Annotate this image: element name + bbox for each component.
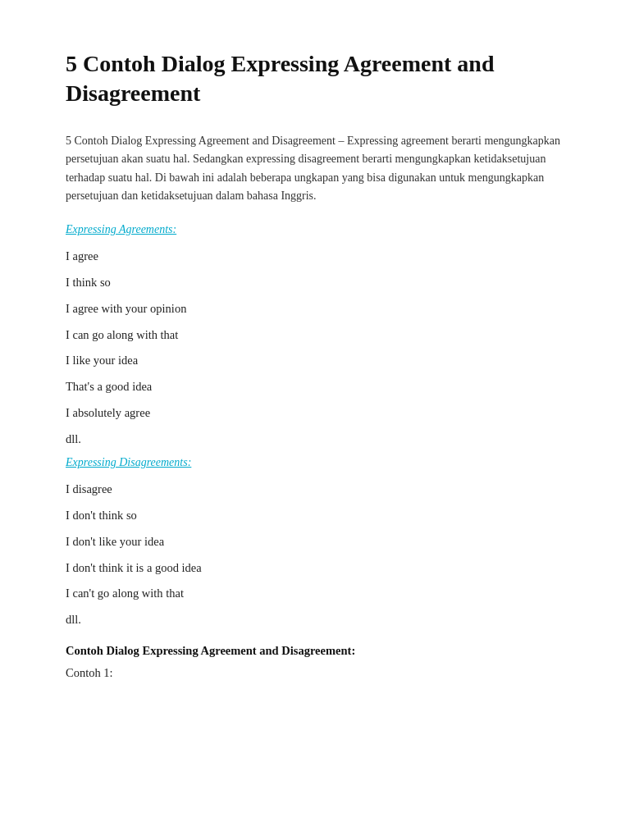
agreement-item: I absolutely agree [66, 404, 564, 422]
agreement-item: I agree with your opinion [66, 300, 564, 318]
agreement-item: I like your idea [66, 352, 564, 370]
disagreement-item: I don't like your idea [66, 533, 564, 551]
bottom-section-title: Contoh Dialog Expressing Agreement and D… [66, 644, 564, 658]
intro-paragraph: 5 Contoh Dialog Expressing Agreement and… [66, 132, 564, 206]
agreement-item: I can go along with that [66, 326, 564, 345]
agreement-item: I agree [66, 248, 564, 266]
contoh-1-label: Contoh 1: [66, 666, 564, 680]
expressing-disagreements-link[interactable]: Expressing Disagreements: [66, 456, 564, 469]
disagreement-item: I don't think it is a good idea [66, 559, 564, 578]
disagreement-item: I don't think so [66, 507, 564, 525]
disagreement-item: I can't go along with that [66, 585, 564, 603]
disagreements-list: I disagreeI don't think soI don't like y… [66, 481, 564, 629]
agreement-item: I think so [66, 274, 564, 292]
page-title: 5 Contoh Dialog Expressing Agreement and… [66, 49, 564, 109]
agreement-item: That's a good idea [66, 378, 564, 396]
expressing-agreements-link[interactable]: Expressing Agreements: [66, 223, 564, 236]
agreements-list: I agreeI think soI agree with your opini… [66, 248, 564, 448]
disagreement-item: dll. [66, 611, 564, 629]
agreement-item: dll. [66, 431, 564, 449]
page-container: 5 Contoh Dialog Expressing Agreement and… [0, 0, 630, 736]
disagreement-item: I disagree [66, 481, 564, 499]
